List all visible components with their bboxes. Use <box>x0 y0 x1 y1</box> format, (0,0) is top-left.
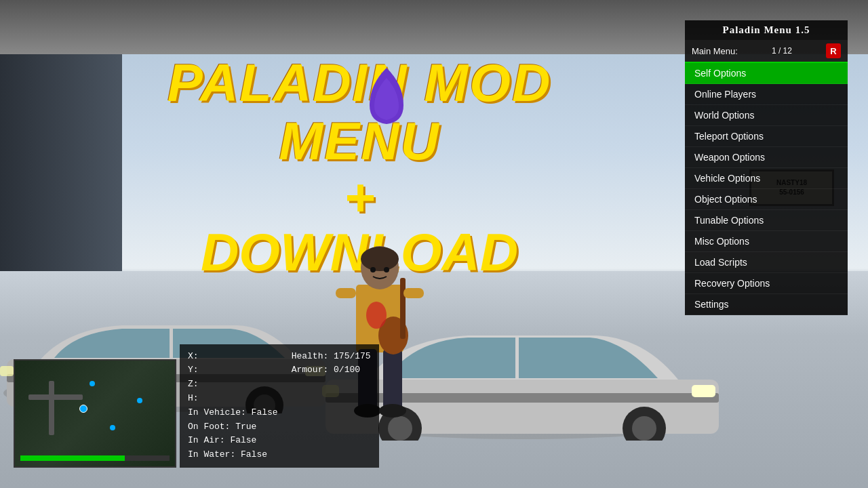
menu-items-list: Self OptionsOnline PlayersWorld OptionsT… <box>685 63 848 315</box>
hud-h: H: <box>188 392 278 406</box>
svg-point-29 <box>366 302 387 329</box>
svg-point-30 <box>370 267 376 272</box>
hud-x: X: <box>188 350 278 364</box>
svg-rect-16 <box>692 385 715 397</box>
minimap-npc-dot1 <box>90 381 95 386</box>
menu-item-vehicle-options[interactable]: Vehicle Options <box>685 168 848 189</box>
mod-menu: Paladin Menu 1.5 Main Menu: 1 / 12 R Sel… <box>685 20 848 315</box>
hud-health: Health: 175/175 <box>292 350 371 364</box>
minimap-npc-dot3 <box>110 425 115 430</box>
rockstar-logo: R <box>826 43 841 58</box>
menu-item-online-players[interactable]: Online Players <box>685 84 848 105</box>
hud-on-foot: On Foot: True <box>188 420 278 434</box>
hud-in-air: In Air: False <box>188 434 278 448</box>
purple-logo <box>366 64 407 125</box>
minimap-player-dot <box>79 405 87 413</box>
hud-y: Y: <box>188 363 278 378</box>
minimap-health-fill <box>20 455 125 461</box>
menu-item-world-options[interactable]: World Options <box>685 105 848 126</box>
svg-rect-27 <box>336 288 356 298</box>
svg-rect-22 <box>383 349 402 410</box>
menu-item-misc-options[interactable]: Misc Options <box>685 231 848 252</box>
minimap <box>14 359 176 468</box>
menu-item-recovery-options[interactable]: Recovery Options <box>685 273 848 294</box>
menu-header: Main Menu: 1 / 12 R <box>685 40 848 63</box>
menu-item-tunable-options[interactable]: Tunable Options <box>685 210 848 231</box>
minimap-road-h <box>28 394 83 400</box>
hud-in-water: In Water: False <box>188 448 278 462</box>
svg-point-31 <box>384 267 389 272</box>
menu-title: Paladin Menu 1.5 <box>685 20 848 40</box>
minimap-road-v <box>49 381 54 435</box>
menu-item-settings[interactable]: Settings <box>685 294 848 315</box>
menu-header-count: 1 / 12 <box>772 46 792 56</box>
hud-z: Z: <box>188 378 278 392</box>
menu-item-object-options[interactable]: Object Options <box>685 189 848 210</box>
minimap-content <box>15 361 175 466</box>
svg-point-20 <box>361 247 399 271</box>
menu-item-teleport-options[interactable]: Teleport Options <box>685 126 848 147</box>
svg-rect-8 <box>0 366 14 376</box>
menu-item-weapon-options[interactable]: Weapon Options <box>685 147 848 168</box>
minimap-npc-dot2 <box>137 398 142 403</box>
menu-item-load-scripts[interactable]: Load Scripts <box>685 252 848 273</box>
svg-point-24 <box>379 404 406 418</box>
hud-info-panel: X: Y: Z: H: In Vehicle: False On Foot: T… <box>180 344 379 468</box>
svg-rect-26 <box>400 278 406 339</box>
menu-item-self-options[interactable]: Self Options <box>685 63 848 84</box>
svg-rect-28 <box>403 288 424 298</box>
hud-armour: Armour: 0/100 <box>292 363 371 378</box>
svg-point-14 <box>632 416 656 441</box>
hud-in-vehicle: In Vehicle: False <box>188 406 278 420</box>
title-main: PALADIN MOD MENU <box>81 54 637 171</box>
minimap-health-bar <box>20 455 170 461</box>
menu-header-label: Main Menu: <box>692 46 738 56</box>
